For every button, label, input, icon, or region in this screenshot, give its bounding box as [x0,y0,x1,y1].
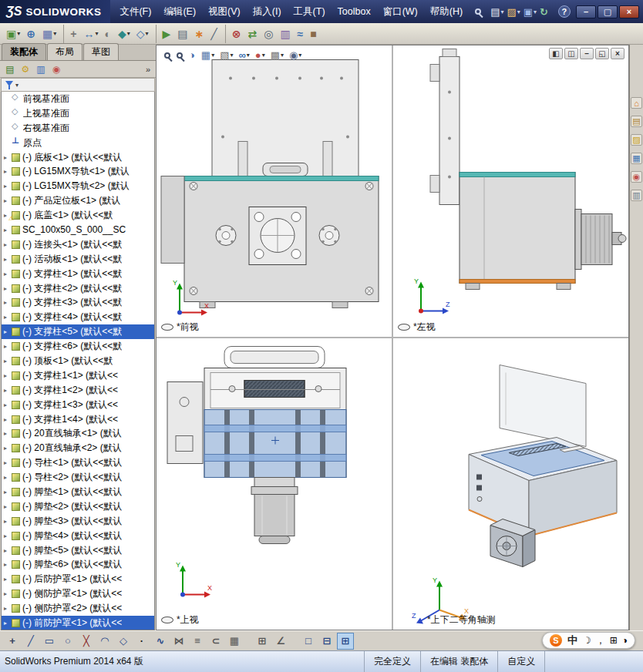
tree-item[interactable]: 原点 [2,136,154,150]
tree-item[interactable]: (-) 前防护罩<1> (默认<< [2,616,154,630]
tree-item[interactable]: (-) 顶板<1> (默认<<默 [2,354,154,368]
propertymanager-tab-icon[interactable]: ⚙ [18,62,33,76]
save-icon[interactable]: ▣▾ [523,6,537,18]
soft-keyboard-icon[interactable]: ⊞ [610,635,618,646]
tree-item[interactable]: 右视基准面 [2,121,154,136]
tree-item[interactable]: (-) 产品定位板<1> (默认 [2,193,154,208]
show-hidden-components-icon[interactable]: ◐ [102,25,113,43]
sogou-skin-icon[interactable]: ◑ [622,635,628,646]
rectangle-tool-icon[interactable]: ▭ [41,633,58,650]
expand-arrow-icon[interactable] [4,270,12,277]
expand-arrow-icon[interactable] [4,197,12,204]
menu-item[interactable]: 工具(T) [288,0,332,23]
tree-item[interactable]: (-) 底盖<1> (默认<<默 [2,208,154,223]
menu-item[interactable]: 窗口(W) [377,0,424,23]
tree-item[interactable]: (-) 支撑柱<4> (默认<<默 [2,310,154,324]
tree-item[interactable]: (-) 脚垫<5> (默认<<默认 [2,543,154,558]
menu-item[interactable]: 视图(V) [202,0,247,23]
expand-arrow-icon[interactable] [4,227,12,234]
filter-dropdown-icon[interactable]: ▾ [15,82,19,89]
expand-arrow-icon[interactable] [4,241,12,248]
tree-item[interactable]: (-) LG15MX导轨<2> (默认 [2,179,154,193]
expand-arrow-icon[interactable] [4,402,12,408]
viewport-restore-button[interactable]: ◱ [595,48,609,59]
tree-item[interactable]: (-) 支撑柱1<1> (默认<< [2,368,154,383]
tree-item[interactable]: (-) 支撑柱<5> (默认<<默 [2,324,154,339]
expand-arrow-icon[interactable] [4,474,12,481]
tab-sketch[interactable]: 草图 [83,43,119,60]
explode-line-sketch-icon[interactable]: ╱ [208,25,220,43]
tree-item[interactable]: (-) 支撑柱1<2> (默认<< [2,383,154,398]
tree-item[interactable]: (-) 支撑柱<3> (默认<<默 [2,295,154,310]
view-settings-icon[interactable]: ◉▾ [288,48,303,62]
pane-isometric-view[interactable]: Y X Z *上下二等角轴测 [393,338,628,630]
expand-arrow-icon[interactable] [4,489,12,496]
polygon-tool-icon[interactable]: ◇ [115,633,132,650]
expand-arrow-icon[interactable] [4,183,12,190]
exploded-view-icon[interactable]: ∗ [193,25,207,43]
smart-fasteners-icon[interactable]: + [63,25,79,43]
help-button[interactable]: ? [558,5,571,18]
search-icon[interactable] [475,8,481,15]
tree-item[interactable]: (-) 脚垫<2> (默认<<默认 [2,499,154,514]
expand-arrow-icon[interactable] [4,154,12,161]
pane-front-view[interactable]: Y X *前视 [157,45,392,337]
move-component-icon[interactable]: ↔▾ [81,25,100,43]
circle-tool-icon[interactable]: ○ [59,633,76,650]
tree-item[interactable]: (-) 导柱<1> (默认<<默认 [2,455,154,470]
bill-of-materials-icon[interactable]: ▤ [175,25,190,43]
new-document-icon[interactable]: ▤▾ [490,6,503,18]
menu-item[interactable]: 帮助(H) [424,0,469,23]
select-tool-icon[interactable]: + [4,633,21,650]
hole-alignment-icon[interactable]: ◎ [261,25,276,43]
displaymanager-tab-icon[interactable]: ◉ [49,62,64,76]
tree-item[interactable]: (-) 脚垫<3> (默认<<默认 [2,514,154,529]
interference-detection-icon[interactable]: ⊗ [225,25,244,43]
clearance-verification-icon[interactable]: ⇄ [245,25,260,43]
tree-item[interactable]: (-) 脚垫<6> (默认<<默认 [2,558,154,573]
tree-item[interactable]: (-) 支撑柱1<3> (默认<< [2,398,154,412]
instant3d-icon[interactable]: ≈ [295,25,307,43]
convert-entities-icon[interactable]: ⊂ [207,633,224,650]
appearances-icon[interactable]: ◉ [631,171,642,183]
expand-arrow-icon[interactable] [4,590,12,597]
expand-arrow-icon[interactable] [4,576,12,583]
tree-item[interactable]: (-) 支撑柱<1> (默认<<默 [2,267,154,281]
expand-arrow-icon[interactable] [4,459,12,466]
expand-arrow-icon[interactable] [4,416,12,423]
menu-item[interactable]: 文件(F) [113,0,157,23]
viewport-minimize-button[interactable]: – [580,48,594,59]
expand-arrow-icon[interactable] [4,372,12,379]
expand-arrow-icon[interactable] [4,430,12,437]
assembly-features-icon[interactable]: ◆▾ [116,25,133,43]
tree-item[interactable]: SC_100x50_S_000__SC [2,223,154,237]
view-orientation-icon[interactable]: ▦▾ [200,48,216,62]
four-view-button[interactable]: ⊞ [337,633,354,650]
pattern-tool-icon[interactable]: ▦ [226,633,243,650]
sogou-logo-icon[interactable]: S [550,634,562,647]
design-library-icon[interactable]: ▤ [631,116,642,127]
single-view-button[interactable]: □ [300,633,317,650]
expand-arrow-icon[interactable] [4,445,12,452]
reference-geometry-icon[interactable]: ◇▾ [134,25,151,43]
menu-item[interactable]: Toolbox [332,0,377,23]
apply-scene-icon[interactable]: ▩▾ [269,48,285,62]
view-palette-icon[interactable]: ▦ [631,153,642,164]
expand-arrow-icon[interactable] [4,328,12,335]
expand-arrow-icon[interactable] [4,343,12,350]
expand-arrow-icon[interactable] [4,547,12,554]
expand-arrow-icon[interactable] [4,605,12,612]
expand-arrow-icon[interactable] [4,503,12,510]
tree-item[interactable]: (-) 侧防护罩<2> (默认<< [2,601,154,616]
viewport-cascade-button[interactable]: ◧ [549,48,563,59]
expand-arrow-icon[interactable] [4,358,12,365]
close-button[interactable]: × [619,5,639,18]
section-view-icon[interactable]: ◑ [187,48,197,62]
display-style-icon[interactable]: ▧▾ [218,48,234,62]
ime-mode-chinese[interactable]: 中 [567,633,577,647]
tree-item[interactable]: 前视基准面 [2,92,154,106]
assembly-visualization-icon[interactable]: ▥ [278,25,293,43]
grid-snap-icon[interactable]: ⊞ [254,633,271,650]
pane-left-view[interactable]: Y Z *左视 [393,45,628,337]
two-view-button[interactable]: ⊟ [318,633,335,650]
